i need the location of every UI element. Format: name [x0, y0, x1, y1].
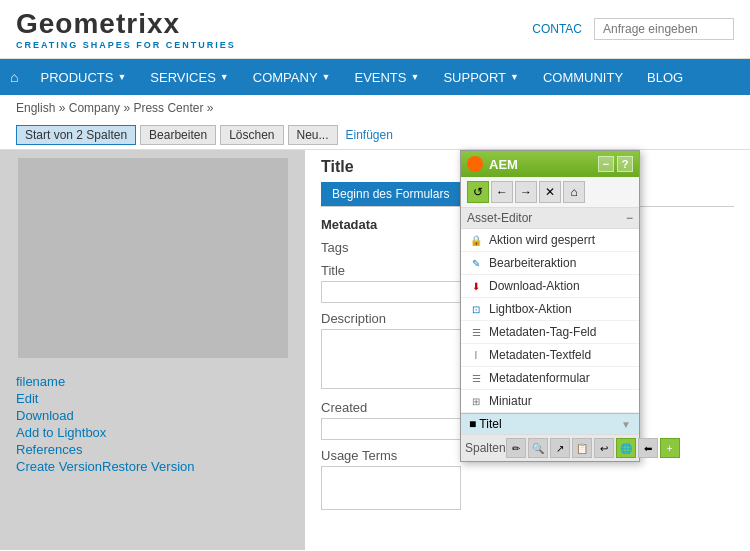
nav-home-icon[interactable]: ⌂: [0, 59, 28, 95]
link-download[interactable]: Download: [16, 408, 289, 423]
link-edit[interactable]: Edit: [16, 391, 289, 406]
aem-icon-forward[interactable]: →: [515, 181, 537, 203]
edit-icon: ✎: [469, 256, 483, 270]
aem-item-lightbox[interactable]: ⊡ Lightbox-Aktion: [461, 298, 639, 321]
toolbar-btn-loschen[interactable]: Löschen: [220, 125, 283, 145]
breadcrumb-press-center[interactable]: Press Center: [133, 101, 203, 115]
nav-item-products[interactable]: PRODUCTS ▼: [28, 59, 138, 95]
header: Geometrixx CREATING SHAPES FOR CENTURIES…: [0, 0, 750, 59]
aem-item-download-label: Download-Aktion: [489, 279, 580, 293]
aem-icon-bar: ↺ ← → ✕ ⌂: [461, 177, 639, 208]
aem-list: 🔒 Aktion wird gesperrt ✎ Bearbeiteraktio…: [461, 229, 639, 413]
tab-beginn[interactable]: Beginn des Formulars: [321, 182, 460, 206]
nav-item-events[interactable]: EVENTS ▼: [342, 59, 431, 95]
aem-title-bar: ■ Titel ▼: [461, 413, 639, 434]
breadcrumb-company[interactable]: Company: [69, 101, 120, 115]
aem-item-form[interactable]: ☰ Metadatenformular: [461, 367, 639, 390]
link-filename[interactable]: filename: [16, 374, 289, 389]
breadcrumb: English » Company » Press Center »: [0, 95, 750, 121]
aem-logo-icon: [467, 156, 483, 172]
textarea-usage-terms[interactable]: [321, 466, 461, 510]
lock-icon: 🔒: [469, 233, 483, 247]
footer-icon-copy[interactable]: 📋: [572, 438, 592, 458]
aem-title-bar-label: ■ Titel: [469, 417, 502, 431]
logo: Geometrixx: [16, 8, 236, 40]
aem-item-lock[interactable]: 🔒 Aktion wird gesperrt: [461, 229, 639, 252]
left-panel: filename Edit Download Add to Lightbox R…: [0, 150, 305, 550]
aem-item-download[interactable]: ⬇ Download-Aktion: [461, 275, 639, 298]
image-placeholder: [18, 158, 288, 358]
aem-item-miniatur-label: Miniatur: [489, 394, 532, 408]
aem-btn-help[interactable]: ?: [617, 156, 633, 172]
footer-icon-edit[interactable]: ✏: [506, 438, 526, 458]
toolbar-btn-start[interactable]: Start von 2 Spalten: [16, 125, 136, 145]
footer-icon-globe[interactable]: 🌐: [616, 438, 636, 458]
download-icon: ⬇: [469, 279, 483, 293]
footer-icon-undo[interactable]: ↩: [594, 438, 614, 458]
aem-item-text-field-label: Metadaten-Textfeld: [489, 348, 591, 362]
aem-icon-stop[interactable]: ✕: [539, 181, 561, 203]
toolbar-btn-neu[interactable]: Neu...: [288, 125, 338, 145]
aem-icon-back[interactable]: ←: [491, 181, 513, 203]
lightbox-icon: ⊡: [469, 302, 483, 316]
toolbar-link-einfugen[interactable]: Einfügen: [342, 126, 397, 144]
breadcrumb-english[interactable]: English: [16, 101, 55, 115]
input-created[interactable]: [321, 418, 461, 440]
asset-editor-label: Asset-Editor: [467, 211, 532, 225]
asset-editor-bar: Asset-Editor −: [461, 208, 639, 229]
nav-item-blog[interactable]: BLOG: [635, 59, 695, 95]
footer-icons: ✏ 🔍 ↗ 📋 ↩ 🌐 ⬅ +: [506, 438, 680, 458]
aem-title: AEM: [489, 157, 518, 172]
aem-item-text-field[interactable]: I Metadaten-Textfeld: [461, 344, 639, 367]
main: filename Edit Download Add to Lightbox R…: [0, 150, 750, 550]
aem-item-edit-label: Bearbeiteraktion: [489, 256, 576, 270]
textarea-description[interactable]: [321, 329, 461, 389]
footer-icon-link[interactable]: ↗: [550, 438, 570, 458]
asset-editor-collapse[interactable]: −: [626, 211, 633, 225]
nav-item-community[interactable]: COMMUNITY: [531, 59, 635, 95]
aem-icon-refresh[interactable]: ↺: [467, 181, 489, 203]
aem-item-tag-field-label: Metadaten-Tag-Feld: [489, 325, 596, 339]
link-references[interactable]: References: [16, 442, 289, 457]
contact-link[interactable]: CONTAC: [532, 22, 582, 36]
aem-item-form-label: Metadatenformular: [489, 371, 590, 385]
logo-tagline: CREATING SHAPES FOR CENTURIES: [16, 40, 236, 50]
toolbar: Start von 2 Spalten Bearbeiten Löschen N…: [0, 121, 750, 150]
text-field-icon: I: [469, 348, 483, 362]
aem-item-miniatur[interactable]: ⊞ Miniatur: [461, 390, 639, 413]
aem-footer: Spalten ✏ 🔍 ↗ 📋 ↩ 🌐 ⬅ +: [461, 434, 639, 461]
header-right: CONTAC: [532, 18, 734, 40]
scroll-down-icon: ▼: [621, 419, 631, 430]
aem-btn-minimize[interactable]: −: [598, 156, 614, 172]
tag-field-icon: ☰: [469, 325, 483, 339]
footer-icon-search[interactable]: 🔍: [528, 438, 548, 458]
aem-header: AEM − ?: [461, 151, 639, 177]
left-links: filename Edit Download Add to Lightbox R…: [0, 366, 305, 484]
aem-panel: AEM − ? ↺ ← → ✕ ⌂ Asset-Editor − 🔒 Aktio…: [460, 150, 640, 462]
aem-controls: − ?: [598, 156, 633, 172]
form-icon: ☰: [469, 371, 483, 385]
toolbar-btn-bearbeiten[interactable]: Bearbeiten: [140, 125, 216, 145]
aem-icon-home[interactable]: ⌂: [563, 181, 585, 203]
aem-item-lightbox-label: Lightbox-Aktion: [489, 302, 572, 316]
aem-item-tag-field[interactable]: ☰ Metadaten-Tag-Feld: [461, 321, 639, 344]
miniatur-icon: ⊞: [469, 394, 483, 408]
aem-item-lock-label: Aktion wird gesperrt: [489, 233, 595, 247]
footer-icon-plus[interactable]: +: [660, 438, 680, 458]
nav-item-services[interactable]: SERVICES ▼: [138, 59, 240, 95]
logo-area: Geometrixx CREATING SHAPES FOR CENTURIES: [16, 8, 236, 50]
aem-item-edit[interactable]: ✎ Bearbeiteraktion: [461, 252, 639, 275]
nav-item-company[interactable]: COMPANY ▼: [241, 59, 343, 95]
input-title[interactable]: [321, 281, 461, 303]
link-add-to-lightbox[interactable]: Add to Lightbox: [16, 425, 289, 440]
nav: ⌂ PRODUCTS ▼ SERVICES ▼ COMPANY ▼ EVENTS…: [0, 59, 750, 95]
footer-icon-left[interactable]: ⬅: [638, 438, 658, 458]
nav-item-support[interactable]: SUPPORT ▼: [431, 59, 531, 95]
link-create-version[interactable]: Create VersionRestore Version: [16, 459, 289, 474]
spalten-label: Spalten: [465, 441, 506, 455]
search-input[interactable]: [594, 18, 734, 40]
